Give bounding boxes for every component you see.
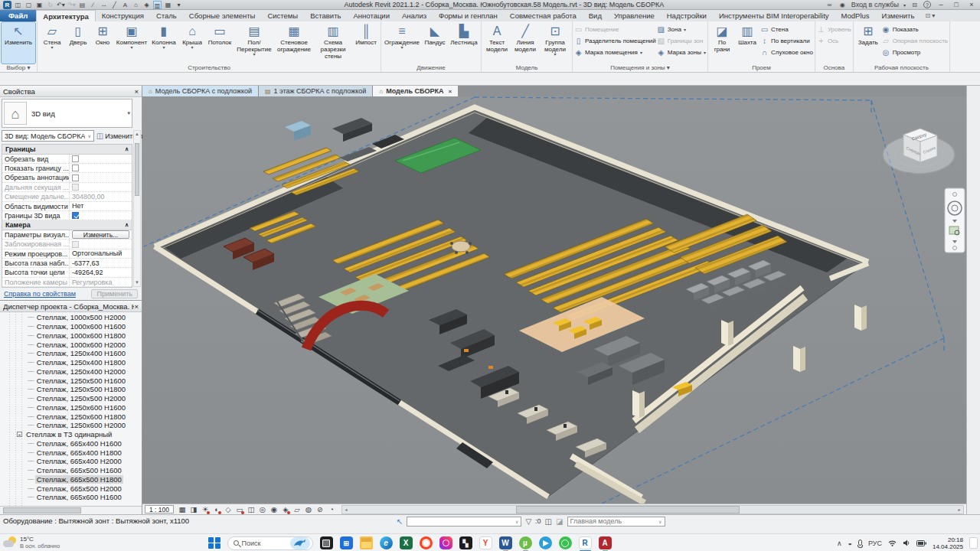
tree-item[interactable]: ┄┄Стеллаж, 1250x600 H1600 <box>0 403 142 412</box>
editing-requests-icon[interactable]: ◫ <box>545 517 552 527</box>
tree-item[interactable]: ┄┄Стеллаж, 1250x600 H1800 <box>0 412 142 421</box>
user-icon[interactable]: ◉ <box>838 1 847 9</box>
tree-item[interactable]: ┄┄Стеллаж, 1250x400 H1600 <box>0 349 142 358</box>
taskbar-app-instagram[interactable] <box>439 536 452 549</box>
compass-south[interactable]: Ю <box>906 171 912 177</box>
apply-button[interactable]: Применить <box>91 289 138 298</box>
taskbar-app-microsoft-store[interactable]: ⊞ <box>340 536 353 549</box>
view-tab[interactable]: ▤1 этаж СБОРКА с подложкой <box>259 86 373 96</box>
ribbon-big-button[interactable]: AТекст модели <box>483 22 511 64</box>
render-icon[interactable]: ◈ <box>142 1 151 9</box>
tree-item[interactable]: ┄┄Стеллаж, 665x500 H1800 <box>0 475 142 484</box>
property-value[interactable]: -49264,92 <box>70 269 132 276</box>
ribbon-tab[interactable]: Аннотации <box>347 10 396 21</box>
taskbar-app-edge[interactable]: e <box>380 536 393 549</box>
start-button[interactable] <box>208 537 220 549</box>
tree-item[interactable]: ┄┄Стеллаж, 1250x600 H2000 <box>0 421 142 430</box>
property-checkbox[interactable] <box>72 184 79 191</box>
save-icon[interactable]: ▣ <box>35 1 44 9</box>
taskbar-app-excel[interactable]: X <box>400 536 413 549</box>
view-scale[interactable]: 1 : 100 <box>145 505 174 514</box>
property-value[interactable]: Нет <box>70 202 132 210</box>
ribbon-big-button[interactable]: ▮Колонна▾ <box>149 22 178 64</box>
ribbon-small-button[interactable]: ◈Марка зоны▾ <box>657 47 706 57</box>
ribbon-tab[interactable]: Инструменты BIM Interoperability <box>713 10 835 21</box>
reveal-constraints-icon[interactable]: ◔ <box>326 505 337 514</box>
window-restore-button[interactable]: □ <box>951 1 962 8</box>
property-checkbox[interactable] <box>72 165 79 171</box>
ribbon-tab[interactable]: Конструкция <box>96 10 150 21</box>
ribbon-big-button[interactable]: ⊞Задать <box>855 22 881 64</box>
ribbon-small-button[interactable]: ▭Помещение <box>574 24 656 34</box>
project-browser-close-icon[interactable]: × <box>134 302 139 311</box>
taskbar-app-revit[interactable]: R <box>579 536 592 549</box>
filter-icon[interactable]: ▽ <box>525 517 531 527</box>
model-line-icon[interactable]: ╱ <box>110 1 119 9</box>
qat-dropdown-icon[interactable]: ▾ <box>175 1 183 9</box>
type-dropdown-icon[interactable]: ▾ <box>127 110 130 116</box>
edit-type-button[interactable]: ◫ Изменить тип <box>96 132 149 140</box>
view-type-combobox[interactable]: 3D вид: Модель СБОРКА ∨ <box>2 130 94 142</box>
displace-elements-icon[interactable]: ⊘ <box>315 505 325 514</box>
tree-item[interactable]: ┄┄Стеллаж, 665x500 H2000 <box>0 484 142 493</box>
ribbon-big-button[interactable]: ⊞Окно <box>91 22 114 64</box>
view-tab[interactable]: ⌂Модель СБОРКА× <box>373 86 459 96</box>
property-checkbox[interactable] <box>72 155 79 162</box>
collapse-icon[interactable] <box>17 432 22 437</box>
taskbar-app-autocad[interactable]: A <box>599 536 612 549</box>
crop-view-icon[interactable]: ▭ <box>234 505 245 514</box>
taskbar-app-word[interactable]: W <box>499 536 512 549</box>
taskbar-app-yandex[interactable]: Y <box>479 536 492 549</box>
scroll-down-icon[interactable]: ▼ <box>134 279 140 286</box>
revit-menu-icon[interactable]: R <box>3 1 11 9</box>
ribbon-big-button[interactable]: ▱Стена▾ <box>39 22 65 64</box>
design-option-combobox[interactable]: ∨ <box>407 517 521 527</box>
tree-item[interactable]: ┄┄Стеллаж, 1250x500 H2000 <box>0 394 142 403</box>
tray-device-icon[interactable]: ◒ <box>848 540 851 547</box>
ribbon-small-button[interactable]: ⊥Уровень <box>817 24 851 34</box>
volume-icon[interactable] <box>903 540 910 546</box>
tree-item[interactable]: ┄┄Стеллаж, 1250x400 H2000 <box>0 367 142 377</box>
ribbon-big-button[interactable]: ≡Ограждение▾ <box>383 22 421 64</box>
ribbon-tab[interactable]: Вид <box>583 10 608 21</box>
taskbar-app-file-explorer[interactable] <box>360 536 373 549</box>
clock[interactable]: 20:18 14.04.2025 <box>933 536 963 550</box>
properties-scrollbar[interactable]: ▲ ▼ <box>133 130 141 287</box>
ribbon-tab[interactable]: Совместная работа <box>504 10 583 21</box>
ribbon-big-button[interactable]: ║Импост <box>353 22 379 64</box>
worksharing-display-icon[interactable]: ▱ <box>292 505 302 514</box>
properties-close-icon[interactable]: × <box>134 87 139 96</box>
ribbon-small-button[interactable]: ◉Показать <box>882 24 948 34</box>
thin-lines-icon[interactable]: ▥ <box>153 1 162 9</box>
taskbar-app-yandex-browser[interactable] <box>420 536 433 549</box>
ribbon-tab[interactable]: Вставить <box>304 10 347 21</box>
ribbon-small-button[interactable]: ▯Разделитель помещений <box>574 36 656 46</box>
reveal-hidden-elements-icon[interactable]: ◈ <box>280 505 291 514</box>
sun-path-icon[interactable]: ☀ <box>200 505 211 514</box>
print-icon[interactable]: ▤ <box>78 1 87 9</box>
tree-item[interactable]: ┄┄Стеллаж, 665x400 H1600 <box>0 439 142 448</box>
property-value[interactable]: Регулировка <box>70 279 132 286</box>
properties-section-header[interactable]: Границы∧ <box>2 145 132 155</box>
tree-item[interactable]: ┄┄Стеллаж, 1250x500 H1600 <box>0 376 142 385</box>
redo-icon[interactable]: ↷▾ <box>67 1 76 9</box>
taskbar-app-task-view[interactable] <box>320 536 333 549</box>
tree-item[interactable]: ┄┄Стеллаж, 1000x600 H2000 <box>0 340 142 349</box>
project-browser-hscrollbar[interactable] <box>0 506 142 514</box>
ribbon-small-button[interactable]: ▨Зона▾ <box>657 24 706 34</box>
search-box[interactable]: Поиск <box>227 536 313 550</box>
property-checkbox[interactable] <box>72 241 79 248</box>
weather-widget[interactable]: 15°C В осн. облачно <box>3 536 60 549</box>
scroll-up-icon[interactable]: ▲ <box>134 131 140 138</box>
worksets-icon[interactable]: ◪ <box>556 517 563 527</box>
ribbon-tab[interactable]: Архитектура <box>36 10 96 21</box>
tree-item[interactable]: Стеллаж в ТЗ одинарный <box>0 430 142 439</box>
ribbon-small-button[interactable]: +Ось <box>817 36 851 46</box>
ribbon-small-button[interactable]: ↕По вертикали <box>760 36 813 46</box>
language-indicator[interactable]: РУС <box>868 540 882 547</box>
notification-icon[interactable] <box>969 537 978 549</box>
ribbon-tab[interactable]: Файл <box>0 10 36 21</box>
tree-item[interactable]: ┄┄Стеллаж, 1000x500 H2000 <box>0 313 142 322</box>
ribbon-tab[interactable]: Изменить <box>876 10 921 21</box>
sync-icon[interactable]: ↻ <box>46 1 54 9</box>
